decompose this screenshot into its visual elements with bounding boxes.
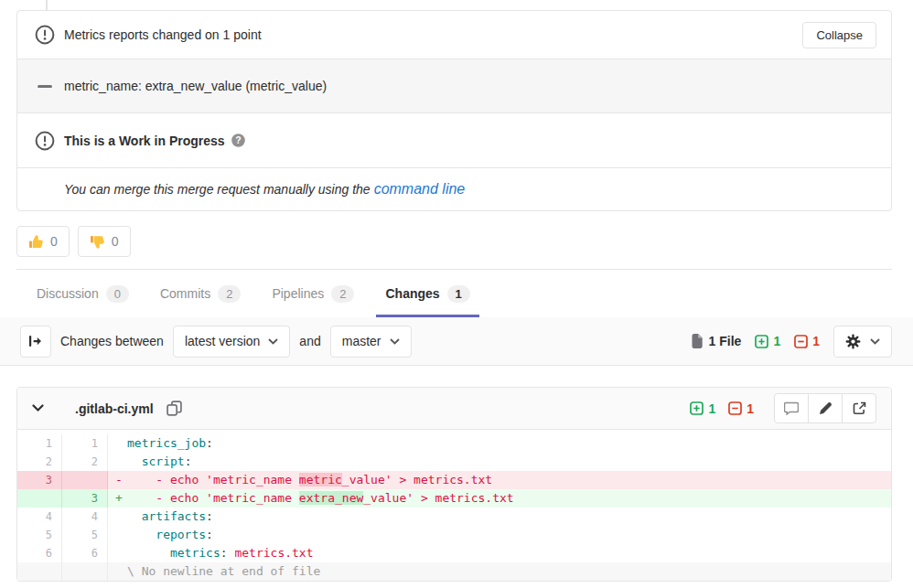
- diff-line-marker: [115, 544, 127, 562]
- new-line-number[interactable]: 1: [62, 434, 108, 453]
- metrics-report-row: Metrics reports changed on 1 point Colla…: [17, 11, 891, 59]
- diff-line-row: \ No newline at end of file: [17, 562, 891, 581]
- new-line-number[interactable]: [62, 471, 108, 489]
- tab-label: Discussion: [37, 286, 99, 301]
- diff-file-header: .gitlab-ci.yml 1 1: [17, 388, 891, 430]
- diff-line-code: + - echo 'metric_name extra_new_value' >…: [108, 489, 891, 508]
- thumbs-up-count: 0: [50, 234, 58, 249]
- old-line-number[interactable]: 4: [17, 508, 62, 526]
- status-warning-icon: [35, 131, 55, 151]
- tab-count-badge: 2: [331, 285, 354, 303]
- file-deletions-stat: 1: [728, 401, 754, 416]
- minus-square-icon: [794, 335, 808, 348]
- diff-file-actions: 1 1: [690, 393, 876, 423]
- additions-count: 1: [773, 334, 780, 348]
- thumbs-down-count: 0: [112, 234, 119, 249]
- diff-line-code: metrics: metrics.txt: [108, 544, 891, 562]
- additions-stat: 1: [755, 334, 780, 348]
- diff-line-row: 44 artifacts:: [17, 508, 891, 526]
- new-line-number[interactable]: 3: [62, 489, 108, 508]
- diff-line-marker: [115, 508, 127, 526]
- diff-line-row: 11 metrics_job:: [17, 434, 891, 453]
- edit-file-button[interactable]: [808, 393, 843, 423]
- new-line-number[interactable]: 4: [62, 508, 108, 526]
- file-tree-toggle-button[interactable]: [20, 326, 51, 358]
- old-line-number[interactable]: [17, 489, 62, 508]
- command-line-link[interactable]: command line: [374, 181, 466, 198]
- collapse-button[interactable]: Collapse: [802, 22, 876, 48]
- diff-line-row: 22 script:: [17, 453, 891, 471]
- tab-changes[interactable]: Changes 1: [376, 270, 478, 317]
- view-file-external-button[interactable]: [842, 393, 876, 423]
- external-link-icon: [853, 401, 866, 415]
- metric-item-text: metric_name: extra_new_value (metric_val…: [64, 79, 327, 93]
- new-line-number[interactable]: 6: [62, 544, 108, 562]
- status-warning-icon: [35, 25, 55, 45]
- diff-line-marker: +: [115, 489, 127, 508]
- mr-widget: Metrics reports changed on 1 point Colla…: [16, 10, 892, 211]
- wip-row: This is a Work in Progress ?: [17, 112, 891, 167]
- old-line-number[interactable]: 3: [17, 471, 62, 489]
- diff-line-marker: [115, 562, 127, 581]
- tab-count-badge: 2: [218, 285, 241, 303]
- chevron-down-icon: [870, 338, 880, 345]
- thumbs-up-button[interactable]: 0: [16, 226, 70, 257]
- target-branch-dropdown[interactable]: master: [330, 326, 412, 358]
- diff-settings-dropdown[interactable]: [833, 326, 892, 358]
- file-collapse-chevron[interactable]: [32, 404, 44, 412]
- new-line-number[interactable]: 2: [62, 453, 108, 471]
- file-action-buttons: [774, 393, 876, 423]
- file-additions-stat: 1: [690, 401, 715, 416]
- diff-line-row: 3- - echo 'metric_name metric_value' > m…: [17, 471, 891, 489]
- merge-manual-text: You can merge this merge request manuall…: [64, 182, 371, 197]
- merge-manual-row: You can merge this merge request manuall…: [17, 167, 891, 210]
- diff-file: .gitlab-ci.yml 1 1: [16, 387, 892, 582]
- plus-square-icon: [690, 401, 704, 415]
- metrics-report-title: Metrics reports changed on 1 point: [64, 27, 262, 42]
- diff-line-marker: [115, 453, 127, 471]
- diff-stats: 1 File 1 1: [691, 326, 892, 358]
- tab-count-badge: 0: [106, 285, 129, 303]
- tab-discussion[interactable]: Discussion 0: [27, 270, 138, 317]
- tab-pipelines[interactable]: Pipelines 2: [263, 270, 363, 317]
- diff-line-code: script:: [108, 453, 891, 471]
- changes-between-label: Changes between: [60, 334, 164, 348]
- diff-line-row: 3+ - echo 'metric_name extra_new_value' …: [17, 489, 891, 508]
- help-icon[interactable]: ?: [231, 134, 245, 147]
- diff-line-code: \ No newline at end of file: [108, 562, 891, 581]
- deletions-stat: 1: [794, 334, 820, 348]
- files-count: 1 File: [691, 334, 742, 348]
- tab-label: Commits: [160, 286, 210, 301]
- metric-dash-icon: [35, 85, 55, 88]
- tab-commits[interactable]: Commits 2: [151, 270, 250, 317]
- thumbs-down-icon: [90, 234, 105, 250]
- gear-icon: [845, 334, 861, 349]
- new-line-number: [62, 562, 108, 581]
- file-deletions-count: 1: [747, 401, 754, 416]
- merge-request-tabs: Discussion 0 Commits 2 Pipelines 2 Chang…: [16, 270, 492, 317]
- diff-line-code: reports:: [108, 526, 891, 544]
- file-tree-toggle-icon: [28, 335, 43, 347]
- comment-icon: [784, 401, 799, 415]
- old-line-number[interactable]: 5: [17, 526, 62, 544]
- old-line-number[interactable]: 1: [17, 434, 62, 453]
- deletions-count: 1: [812, 334, 820, 348]
- diff-line-marker: -: [115, 471, 127, 489]
- thumbs-down-button[interactable]: 0: [78, 226, 131, 257]
- award-emoji-bar: 0 0: [16, 226, 131, 257]
- diff-version-bar: Changes between latest version and maste…: [0, 317, 913, 366]
- new-line-number[interactable]: 5: [62, 526, 108, 544]
- chevron-down-icon: [390, 338, 400, 345]
- diff-line-marker: [115, 434, 127, 453]
- diff-line-code: - - echo 'metric_name metric_value' > me…: [108, 471, 891, 489]
- toggle-comments-button[interactable]: [774, 393, 809, 423]
- old-line-number[interactable]: 2: [17, 453, 62, 471]
- minus-square-icon: [728, 401, 742, 415]
- file-icon: [691, 334, 704, 348]
- diff-file-name[interactable]: .gitlab-ci.yml: [75, 401, 154, 416]
- tab-label: Changes: [385, 286, 439, 301]
- old-line-number[interactable]: 6: [17, 544, 62, 562]
- plus-square-icon: [755, 335, 768, 348]
- version-dropdown[interactable]: latest version: [173, 326, 290, 358]
- copy-file-path-button[interactable]: [166, 401, 182, 416]
